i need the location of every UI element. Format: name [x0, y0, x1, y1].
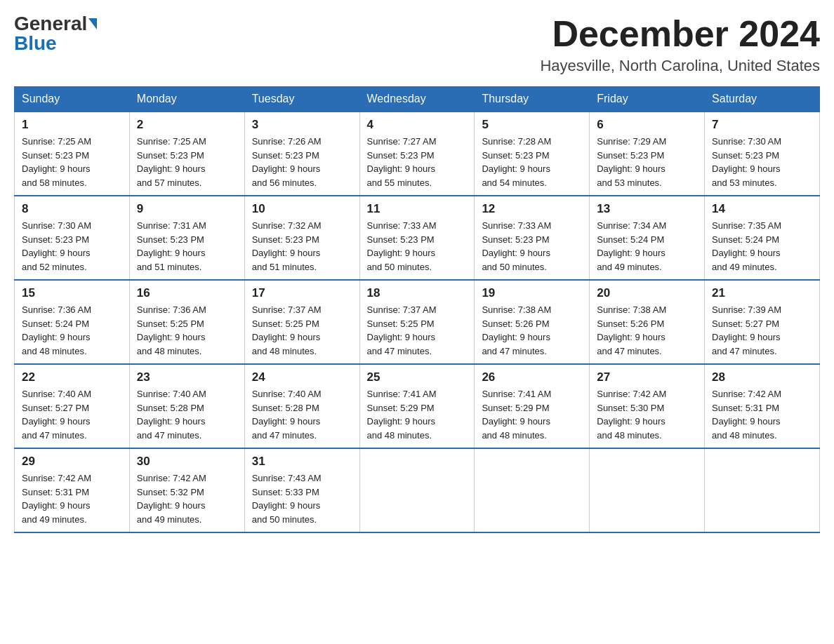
- day-number: 21: [712, 286, 812, 300]
- calendar-cell: 6 Sunrise: 7:29 AM Sunset: 5:23 PM Dayli…: [590, 112, 705, 196]
- day-number: 20: [597, 286, 697, 300]
- location-title: Hayesville, North Carolina, United State…: [540, 57, 820, 75]
- calendar-cell: 12 Sunrise: 7:33 AM Sunset: 5:23 PM Dayl…: [475, 196, 590, 280]
- calendar-cell: 25 Sunrise: 7:41 AM Sunset: 5:29 PM Dayl…: [359, 364, 475, 448]
- calendar-cell: 15 Sunrise: 7:36 AM Sunset: 5:24 PM Dayl…: [15, 280, 130, 364]
- day-number: 10: [252, 202, 352, 216]
- day-number: 31: [252, 455, 352, 469]
- day-info: Sunrise: 7:31 AM Sunset: 5:23 PM Dayligh…: [137, 219, 237, 274]
- calendar-cell: 31 Sunrise: 7:43 AM Sunset: 5:33 PM Dayl…: [244, 448, 359, 532]
- calendar-cell: 22 Sunrise: 7:40 AM Sunset: 5:27 PM Dayl…: [15, 364, 130, 448]
- header-tuesday: Tuesday: [244, 87, 359, 112]
- calendar-cell: [705, 448, 820, 532]
- calendar-cell: 16 Sunrise: 7:36 AM Sunset: 5:25 PM Dayl…: [129, 280, 244, 364]
- calendar-cell: 29 Sunrise: 7:42 AM Sunset: 5:31 PM Dayl…: [15, 448, 130, 532]
- day-number: 28: [712, 370, 812, 384]
- day-info: Sunrise: 7:42 AM Sunset: 5:31 PM Dayligh…: [712, 387, 812, 442]
- title-section: December 2024 Hayesville, North Carolina…: [540, 14, 820, 75]
- day-info: Sunrise: 7:40 AM Sunset: 5:28 PM Dayligh…: [137, 387, 237, 442]
- day-number: 19: [482, 286, 582, 300]
- day-number: 11: [367, 202, 468, 216]
- calendar-cell: 10 Sunrise: 7:32 AM Sunset: 5:23 PM Dayl…: [244, 196, 359, 280]
- header-saturday: Saturday: [705, 87, 820, 112]
- calendar-cell: 26 Sunrise: 7:41 AM Sunset: 5:29 PM Dayl…: [475, 364, 590, 448]
- day-info: Sunrise: 7:40 AM Sunset: 5:28 PM Dayligh…: [252, 387, 352, 442]
- day-number: 26: [482, 370, 582, 384]
- calendar-cell: 9 Sunrise: 7:31 AM Sunset: 5:23 PM Dayli…: [129, 196, 244, 280]
- day-info: Sunrise: 7:32 AM Sunset: 5:23 PM Dayligh…: [252, 219, 352, 274]
- header-wednesday: Wednesday: [359, 87, 475, 112]
- header-sunday: Sunday: [15, 87, 130, 112]
- calendar-cell: 28 Sunrise: 7:42 AM Sunset: 5:31 PM Dayl…: [705, 364, 820, 448]
- header-friday: Friday: [590, 87, 705, 112]
- header-monday: Monday: [129, 87, 244, 112]
- calendar-cell: 14 Sunrise: 7:35 AM Sunset: 5:24 PM Dayl…: [705, 196, 820, 280]
- day-number: 6: [597, 118, 697, 132]
- calendar-cell: 4 Sunrise: 7:27 AM Sunset: 5:23 PM Dayli…: [359, 112, 475, 196]
- day-number: 18: [367, 286, 468, 300]
- calendar-week-4: 22 Sunrise: 7:40 AM Sunset: 5:27 PM Dayl…: [15, 364, 820, 448]
- calendar-week-3: 15 Sunrise: 7:36 AM Sunset: 5:24 PM Dayl…: [15, 280, 820, 364]
- day-info: Sunrise: 7:25 AM Sunset: 5:23 PM Dayligh…: [22, 135, 122, 189]
- day-info: Sunrise: 7:33 AM Sunset: 5:23 PM Dayligh…: [367, 219, 468, 274]
- day-info: Sunrise: 7:42 AM Sunset: 5:32 PM Dayligh…: [137, 471, 237, 526]
- day-number: 13: [597, 202, 697, 216]
- calendar-week-1: 1 Sunrise: 7:25 AM Sunset: 5:23 PM Dayli…: [15, 112, 820, 196]
- day-number: 2: [137, 118, 237, 132]
- day-info: Sunrise: 7:37 AM Sunset: 5:25 PM Dayligh…: [367, 303, 468, 358]
- logo-general: General: [14, 14, 87, 34]
- day-info: Sunrise: 7:26 AM Sunset: 5:23 PM Dayligh…: [252, 135, 352, 189]
- day-number: 9: [137, 202, 237, 216]
- calendar-table: Sunday Monday Tuesday Wednesday Thursday…: [14, 86, 820, 533]
- header-thursday: Thursday: [475, 87, 590, 112]
- calendar-header: Sunday Monday Tuesday Wednesday Thursday…: [15, 87, 820, 112]
- calendar-cell: [590, 448, 705, 532]
- logo: General Blue: [14, 14, 97, 53]
- calendar-body: 1 Sunrise: 7:25 AM Sunset: 5:23 PM Dayli…: [15, 112, 820, 532]
- day-number: 5: [482, 118, 582, 132]
- day-info: Sunrise: 7:30 AM Sunset: 5:23 PM Dayligh…: [22, 219, 122, 274]
- day-info: Sunrise: 7:36 AM Sunset: 5:24 PM Dayligh…: [22, 303, 122, 358]
- day-number: 25: [367, 370, 468, 384]
- calendar-week-2: 8 Sunrise: 7:30 AM Sunset: 5:23 PM Dayli…: [15, 196, 820, 280]
- day-info: Sunrise: 7:39 AM Sunset: 5:27 PM Dayligh…: [712, 303, 812, 358]
- day-info: Sunrise: 7:38 AM Sunset: 5:26 PM Dayligh…: [597, 303, 697, 358]
- day-info: Sunrise: 7:35 AM Sunset: 5:24 PM Dayligh…: [712, 219, 812, 274]
- day-info: Sunrise: 7:40 AM Sunset: 5:27 PM Dayligh…: [22, 387, 122, 442]
- day-info: Sunrise: 7:30 AM Sunset: 5:23 PM Dayligh…: [712, 135, 812, 189]
- day-info: Sunrise: 7:43 AM Sunset: 5:33 PM Dayligh…: [252, 471, 352, 526]
- day-number: 14: [712, 202, 812, 216]
- calendar-cell: 5 Sunrise: 7:28 AM Sunset: 5:23 PM Dayli…: [475, 112, 590, 196]
- calendar-cell: 3 Sunrise: 7:26 AM Sunset: 5:23 PM Dayli…: [244, 112, 359, 196]
- calendar-cell: 11 Sunrise: 7:33 AM Sunset: 5:23 PM Dayl…: [359, 196, 475, 280]
- calendar-cell: 27 Sunrise: 7:42 AM Sunset: 5:30 PM Dayl…: [590, 364, 705, 448]
- day-number: 27: [597, 370, 697, 384]
- logo-arrow-icon: [88, 18, 97, 29]
- day-number: 15: [22, 286, 122, 300]
- day-number: 24: [252, 370, 352, 384]
- day-number: 30: [137, 455, 237, 469]
- calendar-week-5: 29 Sunrise: 7:42 AM Sunset: 5:31 PM Dayl…: [15, 448, 820, 532]
- calendar-cell: 7 Sunrise: 7:30 AM Sunset: 5:23 PM Dayli…: [705, 112, 820, 196]
- day-number: 12: [482, 202, 582, 216]
- day-number: 17: [252, 286, 352, 300]
- day-info: Sunrise: 7:28 AM Sunset: 5:23 PM Dayligh…: [482, 135, 582, 189]
- calendar-cell: 21 Sunrise: 7:39 AM Sunset: 5:27 PM Dayl…: [705, 280, 820, 364]
- day-info: Sunrise: 7:36 AM Sunset: 5:25 PM Dayligh…: [137, 303, 237, 358]
- calendar-cell: 13 Sunrise: 7:34 AM Sunset: 5:24 PM Dayl…: [590, 196, 705, 280]
- day-number: 1: [22, 118, 122, 132]
- calendar-cell: [359, 448, 475, 532]
- day-number: 16: [137, 286, 237, 300]
- day-info: Sunrise: 7:42 AM Sunset: 5:31 PM Dayligh…: [22, 471, 122, 526]
- day-info: Sunrise: 7:29 AM Sunset: 5:23 PM Dayligh…: [597, 135, 697, 189]
- calendar-cell: 17 Sunrise: 7:37 AM Sunset: 5:25 PM Dayl…: [244, 280, 359, 364]
- day-number: 29: [22, 455, 122, 469]
- day-number: 8: [22, 202, 122, 216]
- day-info: Sunrise: 7:41 AM Sunset: 5:29 PM Dayligh…: [482, 387, 582, 442]
- calendar-cell: 1 Sunrise: 7:25 AM Sunset: 5:23 PM Dayli…: [15, 112, 130, 196]
- month-title: December 2024: [540, 14, 820, 54]
- calendar-cell: 24 Sunrise: 7:40 AM Sunset: 5:28 PM Dayl…: [244, 364, 359, 448]
- day-info: Sunrise: 7:37 AM Sunset: 5:25 PM Dayligh…: [252, 303, 352, 358]
- day-info: Sunrise: 7:27 AM Sunset: 5:23 PM Dayligh…: [367, 135, 468, 189]
- day-headers-row: Sunday Monday Tuesday Wednesday Thursday…: [15, 87, 820, 112]
